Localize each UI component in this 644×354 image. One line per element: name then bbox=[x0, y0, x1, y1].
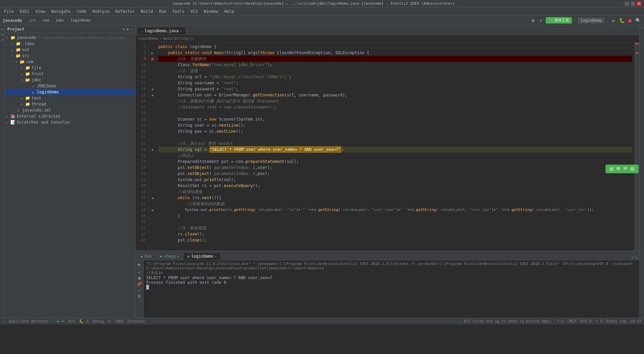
tree-item-com[interactable]: ▾ 📂 com bbox=[5, 59, 135, 65]
menu-file[interactable]: File bbox=[1, 8, 16, 14]
stop-button[interactable]: ■ bbox=[627, 17, 633, 24]
notifications-icon[interactable]: ! bbox=[640, 27, 644, 29]
logindemo-tab-close[interactable]: ✕ bbox=[215, 255, 217, 258]
run-icon[interactable]: ▶ bbox=[138, 262, 141, 267]
run-tab[interactable]: ▶ Run bbox=[137, 253, 156, 260]
checkin-icon[interactable]: ↑ bbox=[538, 17, 544, 24]
run-sql-output: SELECT * FROM user where user_name= ? AN… bbox=[146, 275, 637, 280]
code-line-42: rs.close(); bbox=[158, 231, 632, 237]
tree-item-test[interactable]: ▸ 📁 test bbox=[5, 95, 135, 101]
structure-icon[interactable]: S bbox=[0, 39, 4, 41]
bottom-tab-controls: ⤢ ✕ bbox=[631, 255, 638, 260]
run-config-name[interactable]: loginDemo bbox=[578, 17, 605, 24]
project-icon[interactable]: 1 bbox=[0, 28, 4, 30]
close-panel-icon[interactable]: ✕ bbox=[636, 255, 638, 260]
tree-item-thread[interactable]: ▸ 📁 thread bbox=[5, 101, 135, 107]
tree-item-external[interactable]: ▸ 📚 External Libraries bbox=[5, 113, 135, 119]
expand-icon[interactable]: ⤢ bbox=[631, 255, 634, 260]
debug-button[interactable]: 🐛 bbox=[619, 17, 625, 24]
status-run[interactable]: ▶ 4: Run bbox=[57, 319, 75, 323]
panel-icons: ⚙ ✱ — bbox=[122, 27, 132, 32]
shopp-tab-label: shopp bbox=[164, 254, 176, 259]
gutter: ▶ ● ◀ ◀ ◀ bbox=[149, 42, 156, 251]
code-line-28: pst.setObject( parameterIndex: 2,pas); bbox=[158, 171, 632, 177]
menu-tools[interactable]: Tools bbox=[170, 8, 187, 14]
menu-edit[interactable]: Edit bbox=[17, 8, 32, 14]
shopp-tab-close[interactable]: ✕ bbox=[177, 255, 179, 258]
favorites-icon[interactable]: 2 bbox=[0, 34, 4, 36]
stop-run-icon[interactable]: ■ bbox=[138, 276, 141, 280]
duplicate-detector[interactable]: Duplicate detector bbox=[9, 319, 49, 323]
close-button[interactable]: ✕ bbox=[637, 1, 641, 6]
panel-gear-icon[interactable]: ✱ bbox=[126, 27, 129, 32]
tab-close-button[interactable]: ✕ bbox=[180, 29, 182, 33]
status-terminal[interactable]: Terminal bbox=[127, 319, 145, 323]
code-line-20: String user = sc.nextLine(); bbox=[158, 122, 632, 128]
wrap-icon[interactable]: ↩ bbox=[138, 288, 141, 293]
code-content[interactable]: public class loginDemo { public static v… bbox=[156, 42, 635, 251]
tree-item-fruit[interactable]: ▸ 📁 fruit bbox=[5, 71, 135, 77]
code-line-30: ResultSet rs = pst.executeQuery(); bbox=[158, 183, 632, 189]
status-encoding[interactable]: UTF-8 bbox=[580, 319, 591, 323]
menu-vcs[interactable]: VCS bbox=[188, 8, 201, 14]
tree-item-scratches[interactable]: ▸ 📝 Scratches and Consoles bbox=[5, 119, 135, 125]
window-controls[interactable]: — □ ✕ bbox=[625, 1, 641, 6]
search-everywhere-icon[interactable]: 🔍 bbox=[635, 17, 641, 24]
status-crlf[interactable]: CRLF bbox=[568, 319, 577, 323]
maximize-button[interactable]: □ bbox=[631, 1, 635, 6]
tree-label: jdbc bbox=[32, 78, 41, 82]
xml-icon: X bbox=[15, 107, 21, 113]
menu-window[interactable]: Window bbox=[201, 8, 221, 14]
tree-item-javacode[interactable]: ▾ 📁 javacode C:\Users\Administrator\Desk… bbox=[5, 35, 135, 41]
status-event-log[interactable]: Event Log bbox=[606, 319, 626, 323]
menu-refactor[interactable]: Refactor bbox=[113, 8, 138, 14]
status-debug[interactable]: 🐛 5: Debug bbox=[79, 319, 104, 323]
clear-icon[interactable]: 🗑 bbox=[138, 294, 142, 299]
library-icon: 📚 bbox=[10, 114, 15, 119]
right-sidebar: ! bbox=[639, 26, 644, 318]
tree-item-file[interactable]: ▸ 📁 file bbox=[5, 65, 135, 71]
status-left: ✓ Duplicate detector ▶ 4: Run 🐛 5: Debug… bbox=[3, 319, 145, 324]
settings-icon[interactable]: ⚙ bbox=[530, 17, 536, 24]
menu-build[interactable]: Build bbox=[138, 8, 156, 14]
rerun-icon[interactable]: ↺ bbox=[138, 270, 141, 274]
tree-item-iml[interactable]: X javacode.iml bbox=[5, 107, 135, 113]
editor-tab-logindemo[interactable]: ☕ loginDemo.java ✕ bbox=[137, 27, 186, 35]
menu-analyze[interactable]: Analyze bbox=[90, 8, 112, 14]
title-text: javacode [C:\Users\Administrator\Desktop… bbox=[3, 1, 625, 6]
code-line-25: //防注入 bbox=[158, 152, 632, 159]
tree-item-jdbcdemo[interactable]: ☕ JDBCDemo bbox=[5, 83, 135, 89]
panel-minimize-icon[interactable]: — bbox=[130, 27, 132, 32]
logindemo-run-tab[interactable]: ▶ loginDemo ✕ bbox=[183, 252, 221, 260]
code-line-7: public class loginDemo { bbox=[158, 44, 632, 50]
code-line-18 bbox=[158, 110, 632, 116]
run-button[interactable]: ▶ bbox=[610, 17, 617, 24]
code-line-14: String password = "root"; bbox=[158, 86, 632, 92]
tree-item-out[interactable]: ▸ 📁 out bbox=[5, 47, 135, 53]
breakpoint[interactable]: ● bbox=[150, 56, 155, 62]
bottom-content[interactable]: "C:\Program Files\Java\jdk-11.0.2\bin\ja… bbox=[144, 260, 639, 318]
tree-item-logindemo[interactable]: ☕ loginDemo bbox=[5, 89, 135, 95]
debug-status-icon: 🐛 bbox=[79, 319, 84, 323]
status-position[interactable]: 7:1 bbox=[557, 319, 564, 323]
folder-icon: 📁 bbox=[15, 41, 21, 46]
status-right: ✓ All files are up-to-date (a minute ago… bbox=[460, 319, 641, 323]
status-todo[interactable]: 6: TODO bbox=[108, 319, 123, 323]
tree-item-src[interactable]: ▾ 📂 src bbox=[5, 53, 135, 59]
float-widget[interactable]: 效 率 平 刷 bbox=[605, 165, 639, 173]
menu-help[interactable]: Help bbox=[222, 8, 237, 14]
menu-view[interactable]: View bbox=[33, 8, 48, 14]
shopp-tab[interactable]: ▶ shopp ✕ bbox=[156, 253, 183, 260]
panel-settings-icon[interactable]: ⚙ bbox=[122, 27, 125, 32]
menu-code[interactable]: Code bbox=[74, 8, 89, 14]
minimize-button[interactable]: — bbox=[625, 1, 629, 6]
status-git[interactable]: ⬇ 3 bbox=[595, 319, 602, 323]
menu-navigate[interactable]: Navigate bbox=[49, 8, 73, 14]
tree-item-idea[interactable]: ▸ 📁 .idea bbox=[5, 41, 135, 47]
pin-icon[interactable]: 📌 bbox=[137, 282, 142, 286]
plugin-button[interactable]: 🔧 插件工具 bbox=[546, 17, 572, 24]
menu-run[interactable]: Run bbox=[156, 8, 169, 14]
code-line-26: PreparedStatement pst = con.prepareState… bbox=[158, 159, 632, 165]
tree-item-jdbc[interactable]: ▾ 📂 jdbc bbox=[5, 77, 135, 83]
run-gutter[interactable]: ▶ bbox=[150, 50, 155, 56]
